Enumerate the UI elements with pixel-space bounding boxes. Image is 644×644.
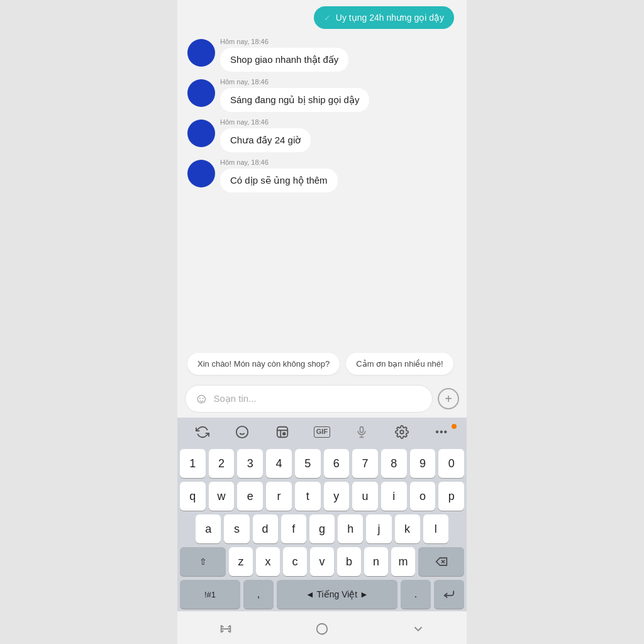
key-5[interactable]: 5 [295,449,321,478]
key-4[interactable]: 4 [266,449,292,478]
key-f[interactable]: f [281,514,306,543]
key-delete[interactable] [418,547,464,576]
gif-label: GIF [314,426,330,437]
svg-point-0 [236,426,248,438]
avatar [187,39,215,67]
avatar [187,79,215,107]
svg-rect-5 [360,427,364,433]
key-9[interactable]: 9 [410,449,436,478]
key-1[interactable]: 1 [180,449,206,478]
add-button[interactable]: + [438,388,459,409]
message-input-box[interactable]: ☺ Soạn tin... [185,385,433,413]
emoji-icon[interactable]: ☺ [194,391,208,407]
msg-bubble: Sáng đang ngủ bị ship gọi dậy [220,88,369,112]
key-d[interactable]: d [253,514,278,543]
key-enter[interactable] [434,580,464,609]
bottom-row: !#1 , ◄ Tiếng Việt ► . [180,580,464,609]
key-w[interactable]: w [209,482,235,511]
key-6[interactable]: 6 [324,449,350,478]
asdf-row: a s d f g h j k l [180,514,464,543]
key-x[interactable]: x [256,547,280,576]
key-s[interactable]: s [224,514,249,543]
key-7[interactable]: 7 [352,449,378,478]
phone-frame: ✓ Uy tụng 24h nhưng gọi dậy Hôm nay, 18:… [177,0,467,644]
sent-bubble-text: Uy tụng 24h nhưng gọi dậy [336,13,444,23]
key-b[interactable]: b [337,547,361,576]
key-u[interactable]: u [352,482,378,511]
quick-reply-1[interactable]: Xin chào! Món này còn không shop? [187,353,340,375]
toolbar-more-icon[interactable]: ••• [423,423,460,441]
key-space[interactable]: ◄ Tiếng Việt ► [277,580,397,609]
key-8[interactable]: 8 [381,449,407,478]
key-period[interactable]: . [401,580,431,609]
msg-content: Hôm nay, 18:46 Shop giao nhanh thật đấy [220,38,348,72]
zxcv-row: ⇧ z x c v b n m [180,547,464,576]
toolbar-refresh-icon[interactable] [184,421,221,443]
sent-bubble-top: ✓ Uy tụng 24h nhưng gọi dậy [314,6,454,29]
key-c[interactable]: c [283,547,307,576]
key-l[interactable]: l [423,514,448,543]
key-i[interactable]: i [381,482,407,511]
nav-home-icon[interactable] [303,619,341,638]
quick-reply-2[interactable]: Cảm ơn bạn nhiều nhé! [346,353,453,375]
key-q[interactable]: q [180,482,206,511]
msg-time: Hôm nay, 18:46 [220,78,369,86]
key-comma[interactable]: , [243,580,274,609]
avatar [187,119,215,147]
message-row: Hôm nay, 18:46 Chưa đầy 24 giờ [187,118,457,152]
key-v[interactable]: v [310,547,334,576]
key-y[interactable]: y [324,482,350,511]
nav-recents-icon[interactable] [399,619,438,638]
message-row: Hôm nay, 18:46 Shop giao nhanh thật đấy [187,38,457,72]
nav-back-icon[interactable] [206,619,245,638]
message-row: Hôm nay, 18:46 Có dịp sẽ ủng hộ thêm [187,158,457,192]
msg-bubble: Shop giao nhanh thật đấy [220,48,348,72]
msg-bubble: Có dịp sẽ ủng hộ thêm [220,169,338,192]
svg-point-18 [317,624,328,635]
key-shift[interactable]: ⇧ [180,547,226,576]
key-0[interactable]: 0 [438,449,464,478]
avatar [187,160,215,187]
message-row: Hôm nay, 18:46 Sáng đang ngủ bị ship gọi… [187,78,457,112]
msg-content: Hôm nay, 18:46 Chưa đầy 24 giờ [220,118,311,152]
key-m[interactable]: m [391,547,415,576]
key-a[interactable]: a [196,514,221,543]
toolbar-mic-icon[interactable] [343,421,380,443]
toolbar-gif-icon[interactable]: GIF [303,423,340,441]
svg-point-8 [400,430,404,434]
svg-rect-3 [277,427,287,438]
toolbar-settings-icon[interactable] [383,421,420,443]
key-g[interactable]: g [309,514,335,543]
toolbar-emoji-icon[interactable] [223,421,260,443]
msg-content: Hôm nay, 18:46 Có dịp sẽ ủng hộ thêm [220,158,338,192]
key-r[interactable]: r [266,482,292,511]
key-k[interactable]: k [395,514,420,543]
input-area: ☺ Soạn tin... + [177,380,467,418]
key-h[interactable]: h [338,514,363,543]
key-p[interactable]: p [438,482,464,511]
keyboard: 1 2 3 4 5 6 7 8 9 0 q w e r t y u i o p … [177,447,467,611]
checkmark-icon: ✓ [324,13,331,23]
quick-replies: Xin chào! Món này còn không shop? Cảm ơn… [177,348,467,380]
msg-time: Hôm nay, 18:46 [220,158,338,166]
msg-content: Hôm nay, 18:46 Sáng đang ngủ bị ship gọi… [220,78,369,112]
key-o[interactable]: o [410,482,436,511]
toolbar-sticker-icon[interactable] [264,421,301,443]
key-e[interactable]: e [237,482,263,511]
key-symbol[interactable]: !#1 [180,580,240,609]
number-row: 1 2 3 4 5 6 7 8 9 0 [180,449,464,478]
msg-time: Hôm nay, 18:46 [220,118,311,126]
key-z[interactable]: z [229,547,253,576]
input-placeholder: Soạn tin... [213,393,423,404]
keyboard-toolbar: GIF ••• [177,418,467,447]
msg-time: Hôm nay, 18:46 [220,38,348,45]
key-3[interactable]: 3 [237,449,263,478]
key-2[interactable]: 2 [209,449,235,478]
qwerty-row: q w e r t y u i o p [180,482,464,511]
svg-point-4 [282,433,285,435]
key-t[interactable]: t [295,482,321,511]
bottom-nav [177,611,467,644]
key-j[interactable]: j [366,514,391,543]
key-n[interactable]: n [364,547,388,576]
chat-area: ✓ Uy tụng 24h nhưng gọi dậy Hôm nay, 18:… [177,0,467,348]
